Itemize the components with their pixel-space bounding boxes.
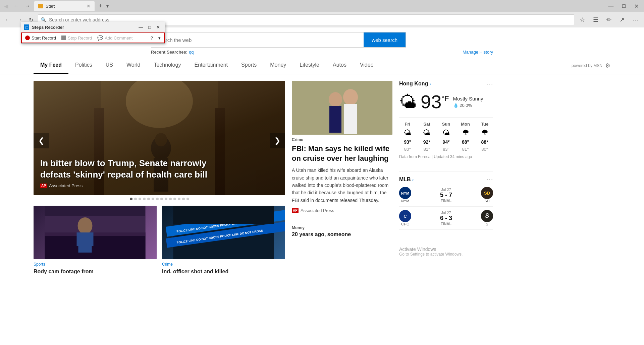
game-1-info: Jul 27 5 - 7 FINAL <box>414 188 478 203</box>
settings-btn[interactable]: ⚙ <box>605 62 610 69</box>
nav-back-btn[interactable]: ← <box>3 15 12 24</box>
weather-more-btn[interactable]: ⋯ <box>486 80 493 88</box>
svg-rect-16 <box>89 232 94 246</box>
hero-dot-5[interactable] <box>147 198 150 200</box>
forecast-sat-low: 81° <box>424 147 430 152</box>
tab-close-btn[interactable]: ✕ <box>87 3 91 9</box>
tab-money[interactable]: Money <box>263 57 293 74</box>
svg-text:S: S <box>485 212 489 219</box>
tab-entertainment[interactable]: Entertainment <box>187 57 234 74</box>
favorites-btn[interactable]: ☆ <box>577 15 588 25</box>
hero-dot-10[interactable] <box>169 198 172 200</box>
side-article-tag[interactable]: Crime <box>292 137 392 142</box>
window-close-btn[interactable]: ✕ <box>632 2 641 10</box>
stop-record-btn[interactable]: Stop Record <box>61 36 92 41</box>
wsox-logo: S <box>481 210 493 222</box>
steps-recorder-close-btn[interactable]: ✕ <box>154 23 162 31</box>
game-1-status: FINAL <box>441 199 451 203</box>
new-tab-btn[interactable]: + <box>97 3 104 10</box>
forecast-tue-high: 88° <box>481 139 488 145</box>
mlb-more-btn[interactable]: ⋯ <box>486 176 493 184</box>
hero-next-btn[interactable]: ❯ <box>270 133 285 148</box>
svg-point-9 <box>155 133 167 146</box>
thumb-img-sports <box>34 206 157 259</box>
add-comment-btn[interactable]: 💬 Add Comment <box>97 35 132 41</box>
money-tag[interactable]: Money <box>292 225 392 230</box>
search-input[interactable] <box>151 32 364 47</box>
tab-lifestyle[interactable]: Lifestyle <box>293 57 326 74</box>
hero-dot-4[interactable] <box>143 198 146 200</box>
tab-dropdown-btn[interactable]: ▾ <box>106 3 109 9</box>
hero-dot-6[interactable] <box>152 198 154 200</box>
tab-sports[interactable]: Sports <box>234 57 263 74</box>
side-article-desc: A Utah man killed his wife aboard an Ala… <box>292 166 392 204</box>
weather-location-arrow: › <box>429 81 431 86</box>
window-maximize-btn[interactable]: □ <box>620 2 628 10</box>
tab-title: Start <box>46 4 55 9</box>
powered-by-label: powered by MSN <box>572 63 602 68</box>
tab-my-feed[interactable]: My Feed <box>34 57 68 74</box>
tab-autos[interactable]: Autos <box>326 57 353 74</box>
notes-btn[interactable]: ✏ <box>604 15 614 25</box>
forecast-sun: Sun 🌤 94° 83° <box>438 122 454 152</box>
tab-video[interactable]: Video <box>353 57 380 74</box>
browser-tab-start[interactable]: Start ✕ <box>34 1 95 11</box>
side-article: Crime FBI: Man says he killed wife on cr… <box>292 81 392 213</box>
forecast-sat-icon: 🌤 <box>423 129 430 137</box>
forecast-sat-label: Sat <box>423 122 430 127</box>
hero-dot-2[interactable] <box>134 198 137 200</box>
start-record-btn[interactable]: Start Record <box>25 36 56 41</box>
browser-forward-btn[interactable]: → <box>23 2 32 10</box>
window-minimize-btn[interactable]: — <box>605 2 616 10</box>
side-article-image[interactable] <box>292 81 392 135</box>
tab-us[interactable]: US <box>99 57 120 74</box>
svg-text:NYM: NYM <box>401 191 409 195</box>
steps-recorder-app-icon: ▢ <box>24 24 29 30</box>
svg-rect-26 <box>329 106 341 133</box>
tab-world[interactable]: World <box>120 57 147 74</box>
manage-history-link[interactable]: Manage History <box>463 50 493 55</box>
hero-dot-1[interactable] <box>130 198 132 200</box>
steps-recorder-minimize-btn[interactable]: — <box>137 23 145 31</box>
more-btn[interactable]: ⋯ <box>630 15 641 25</box>
mlb-game-2[interactable]: C CHC Jul 27 6 - 3 FINAL <box>399 207 493 230</box>
thumb-title-crime: Ind. officer shot and killed <box>162 268 285 275</box>
hero-dot-14[interactable] <box>186 198 189 200</box>
web-search-btn[interactable]: web search <box>364 32 406 47</box>
hero-dot-11[interactable] <box>173 198 176 200</box>
tab-technology[interactable]: Technology <box>147 57 187 74</box>
svg-rect-12 <box>45 216 146 236</box>
hero-dot-13[interactable] <box>182 198 185 200</box>
thumb-tag-sports[interactable]: Sports <box>34 262 157 267</box>
recent-searches-label: Recent Searches: <box>151 50 187 55</box>
mlb-game-1[interactable]: NYM NYM Jul 27 5 - 7 FINAL <box>399 184 493 207</box>
mlb-label[interactable]: MLB <box>399 177 411 183</box>
money-card[interactable]: Money 20 years ago, someone <box>292 220 392 237</box>
hero-dot-9[interactable] <box>165 198 167 200</box>
thumb-card-crime[interactable]: POLICE LINE DO NOT CROSS POLICE LINE DO … <box>162 206 285 275</box>
hero-image[interactable]: In bitter blow to Trump, Senate narrowly… <box>34 81 285 195</box>
tab-politics[interactable]: Politics <box>68 57 99 74</box>
svg-rect-24 <box>292 81 392 135</box>
thumb-card-sports[interactable]: Sports Body cam footage from <box>34 206 157 275</box>
steps-recorder-maximize-btn[interactable]: □ <box>146 23 153 31</box>
recent-search-item[interactable]: qq <box>189 50 194 55</box>
thumbnail-grid: Sports Body cam footage from POLICE LINE… <box>34 206 285 275</box>
hero-dot-7[interactable] <box>156 198 159 200</box>
hero-prev-btn[interactable]: ❮ <box>34 133 49 148</box>
steps-help-btn[interactable]: ? <box>151 36 153 41</box>
browser-back-btn[interactable]: ← <box>11 2 21 10</box>
hero-dot-12[interactable] <box>178 198 180 200</box>
record-dot-icon <box>25 36 30 40</box>
steps-dropdown-btn[interactable]: ▾ <box>158 36 161 41</box>
hero-dot-8[interactable] <box>160 198 163 200</box>
weather-location[interactable]: Hong Kong <box>399 81 428 87</box>
hero-headline: In bitter blow to Trump, Senate narrowly… <box>40 158 228 181</box>
wsox-abbr: S <box>486 222 488 226</box>
share-btn[interactable]: ↗ <box>617 15 627 25</box>
hero-dot-3[interactable] <box>139 198 141 200</box>
money-title: 20 years ago, someone <box>292 231 392 237</box>
hub-btn[interactable]: ☰ <box>590 15 601 25</box>
chc-abbr: CHC <box>401 222 409 226</box>
thumb-tag-crime[interactable]: Crime <box>162 262 285 267</box>
